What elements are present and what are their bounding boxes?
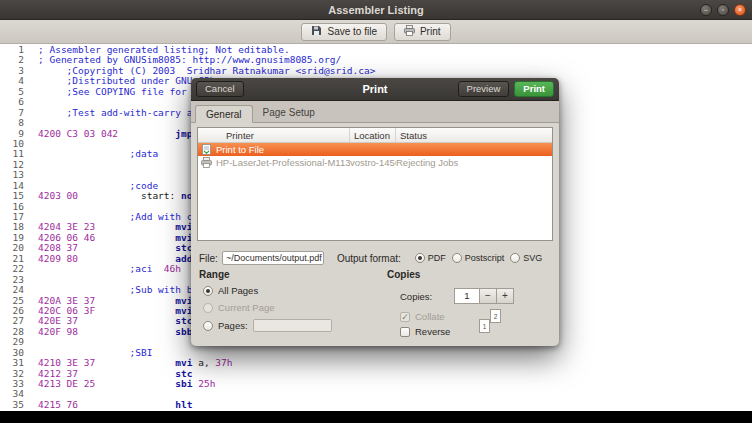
reverse-checkbox[interactable]: [400, 327, 410, 337]
file-output-row: File: ~/Documents/output.pdf Output form…: [199, 250, 554, 266]
range-pages[interactable]: Pages:: [203, 319, 332, 332]
line-code: 4200 C3 03 042 jmp: [24, 129, 192, 139]
output-format-postscript[interactable]: Postscript: [452, 253, 505, 263]
save-to-file-button[interactable]: Save to file: [301, 23, 386, 41]
collate-checkbox: ✓: [400, 312, 410, 322]
radio-all-pages-icon: [203, 286, 213, 296]
print-dialog-tabs: General Page Setup: [191, 101, 559, 123]
output-format-label: Output format:: [337, 253, 401, 264]
line-number: 31: [0, 358, 24, 368]
line-code: 4215 76 hlt: [24, 400, 192, 410]
file-label: File:: [199, 253, 218, 264]
line-code: [24, 118, 38, 128]
file-icon: [201, 144, 212, 155]
line-code: [24, 170, 38, 180]
reverse-checkbox-row[interactable]: Reverse: [400, 326, 450, 337]
tab-general[interactable]: General: [195, 105, 253, 123]
printer-row[interactable]: HP-LaserJet-Professional-M1136-MFPvostro…: [198, 156, 552, 169]
collate-page-1: 1: [479, 319, 490, 333]
print-toolbar-label: Print: [420, 26, 441, 37]
line-code: 4203 00 start: nop: [24, 191, 198, 201]
line-code: ;data: [24, 149, 158, 159]
printer-location: vostro-1450: [350, 157, 396, 168]
screen: Assembler Listing – ▫ × Save to file Pri…: [0, 0, 752, 423]
window-controls: – ▫ ×: [700, 4, 746, 16]
collate-checkbox-row: ✓ Collate: [400, 311, 445, 322]
printer-status: Rejecting Jobs: [396, 157, 552, 168]
copies-increase-button[interactable]: +: [496, 288, 514, 304]
copies-section-title: Copies: [387, 269, 420, 280]
line-code: ;Test add-with-carry and: [24, 108, 204, 118]
radio-svg-icon: [510, 253, 520, 263]
printer-icon: [404, 25, 415, 38]
line-code: [24, 337, 38, 347]
line-code: 420F 98 sbb: [24, 327, 192, 337]
cancel-button[interactable]: Cancel: [196, 81, 244, 97]
titlebar[interactable]: Assembler Listing – ▫ ×: [0, 0, 752, 20]
line-code: [24, 389, 38, 399]
line-code: ;aci 46h: [24, 264, 181, 274]
file-entry[interactable]: ~/Documents/output.pdf: [222, 251, 324, 265]
close-button[interactable]: ×: [734, 4, 746, 16]
collate-page-2: 2: [490, 309, 501, 323]
desktop-background: [0, 411, 752, 423]
save-icon: [311, 25, 322, 38]
copies-spinner: 1 − +: [454, 288, 514, 304]
pages-entry: [253, 319, 332, 332]
line-number: 15: [0, 191, 24, 201]
minimize-button[interactable]: –: [700, 4, 712, 16]
printer-icon: [201, 157, 212, 168]
line-code: 4213 DE 25 sbi 25h: [24, 379, 215, 389]
printer-name: HP-LaserJet-Professional-M1136-MFP: [216, 157, 350, 168]
output-format-pdf[interactable]: PDF: [415, 253, 446, 263]
save-to-file-label: Save to file: [327, 26, 376, 37]
print-dialog-header[interactable]: Print Cancel Preview Print: [191, 78, 559, 101]
general-tab-content: Printer Location Status Print to FileHP-…: [191, 123, 559, 346]
column-location[interactable]: Location: [350, 128, 396, 142]
column-printer[interactable]: Printer: [198, 128, 350, 142]
printer-name: Print to File: [216, 144, 264, 155]
toolbar: Save to file Print: [0, 20, 752, 44]
printer-list-header: Printer Location Status: [198, 128, 552, 143]
line-number: 8: [0, 118, 24, 128]
line-code: [24, 97, 38, 107]
radio-pages-icon: [203, 321, 213, 331]
radio-pdf-icon: [415, 253, 425, 263]
listing-line: 334213 DE 25 sbi 25h: [0, 379, 752, 389]
print-dialog: Print Cancel Preview Print General Page …: [191, 78, 559, 346]
collate-preview: 2 1: [479, 309, 501, 333]
range-section-title: Range: [199, 269, 230, 280]
radio-postscript-icon: [452, 253, 462, 263]
output-format-svg[interactable]: SVG: [510, 253, 542, 263]
range-all-pages[interactable]: All Pages: [203, 285, 258, 296]
printer-row[interactable]: Print to File: [198, 143, 552, 156]
line-code: [24, 160, 38, 170]
column-status[interactable]: Status: [396, 128, 552, 142]
radio-current-page-icon: [203, 303, 213, 313]
copies-decrease-button[interactable]: −: [479, 288, 497, 304]
line-code: [24, 202, 38, 212]
maximize-button[interactable]: ▫: [717, 4, 729, 16]
line-code: [24, 139, 38, 149]
line-number: 24: [0, 285, 24, 295]
window-title: Assembler Listing: [328, 4, 423, 16]
listing-line: 354215 76 hlt: [0, 400, 752, 410]
print-confirm-button[interactable]: Print: [514, 81, 554, 97]
print-toolbar-button[interactable]: Print: [394, 23, 451, 41]
printer-list[interactable]: Printer Location Status Print to FileHP-…: [197, 127, 553, 241]
range-current-page: Current Page: [203, 302, 275, 313]
copies-label: Copies:: [400, 291, 432, 302]
line-code: [24, 275, 38, 285]
line-number: 35: [0, 400, 24, 410]
tab-page-setup[interactable]: Page Setup: [253, 104, 325, 122]
copies-entry[interactable]: 1: [454, 288, 480, 304]
preview-button[interactable]: Preview: [458, 81, 510, 97]
